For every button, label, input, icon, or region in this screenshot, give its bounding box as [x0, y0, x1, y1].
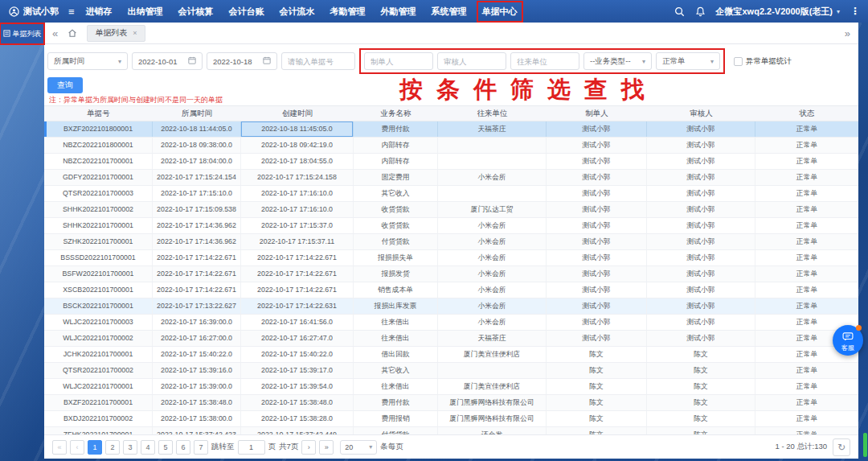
table-row[interactable]: WLJC20221017000022022-10-17 16:27:00.020…: [44, 331, 858, 347]
bell-icon[interactable]: [695, 6, 706, 17]
table-row[interactable]: QTSR20221017000022022-10-17 15:39:16.020…: [44, 363, 858, 379]
nav-item-出纳管理[interactable]: 出纳管理: [126, 5, 165, 19]
kebab-menu-icon[interactable]: ⋮: [850, 6, 860, 17]
table-cell: 2022-10-17 17:15:24.158: [241, 170, 354, 185]
table-cell: 小米会所: [438, 266, 547, 282]
table-row[interactable]: SHHK20221017000012022-10-17 17:14:36.962…: [44, 218, 858, 234]
page-size-select[interactable]: 20 ▾: [340, 440, 377, 455]
table-row[interactable]: BSFW20221017000012022-10-17 17:14:22.671…: [44, 266, 858, 282]
table-row[interactable]: NBZC20221018000012022-10-18 09:38:00.020…: [44, 138, 858, 154]
tab-document-list[interactable]: 单据列表 ×: [87, 25, 145, 42]
table-row[interactable]: XSCB20221017000012022-10-17 17:14:22.671…: [44, 282, 858, 298]
close-icon[interactable]: ×: [133, 29, 137, 37]
table-cell: 2022-10-17 17:14:22.671: [241, 266, 354, 282]
doc-no-input[interactable]: [288, 57, 349, 66]
brand[interactable]: 测试小郭: [8, 6, 59, 18]
page-button-2[interactable]: 2: [105, 440, 120, 455]
table-cell: 2022-10-17 17:15:37.0: [241, 218, 354, 233]
home-icon[interactable]: [68, 28, 77, 38]
table-cell: 测试小郭: [647, 186, 755, 201]
abnormal-stats-checkbox[interactable]: [734, 57, 743, 66]
table-cell: 小米会所: [438, 234, 547, 249]
table-cell: 2022-10-17 16:41:56.0: [241, 315, 354, 330]
table-cell: SZHK2022101700001: [44, 234, 153, 249]
first-page-button[interactable]: «: [52, 440, 67, 455]
table-row[interactable]: SZHK20221017000012022-10-17 17:14:36.962…: [44, 234, 858, 250]
nav-item-单据中心[interactable]: 单据中心: [481, 5, 519, 19]
page-unit-label: 页: [268, 442, 276, 452]
nav-item-会计台账[interactable]: 会计台账: [227, 5, 266, 19]
table-row[interactable]: BSSSD20221017000012022-10-17 17:14:22.67…: [44, 250, 858, 266]
abnormal-stats-toggle[interactable]: 异常单据统计: [734, 56, 792, 67]
table-cell: 测试小郭: [647, 298, 755, 314]
page-button-5[interactable]: 5: [158, 440, 173, 455]
maker-input[interactable]: [371, 57, 427, 66]
hamburger-menu-icon[interactable]: ≡: [68, 6, 75, 18]
search-icon[interactable]: [674, 6, 685, 17]
partner-input[interactable]: [517, 57, 573, 66]
more-tabs-icon[interactable]: »: [845, 28, 850, 39]
nav-item-进销存[interactable]: 进销存: [84, 5, 114, 19]
nav-item-系统管理[interactable]: 系统管理: [430, 5, 469, 19]
last-page-button[interactable]: »: [319, 440, 334, 455]
table-row[interactable]: BXZF20221017000012022-10-17 15:38:48.020…: [44, 395, 858, 411]
user-menu[interactable]: 企微宝xwq2.2-V2000版(老王) ▾: [716, 6, 841, 18]
jump-page-input[interactable]: [238, 440, 265, 455]
sidebar-item-document-list[interactable]: 单据列表: [1, 24, 43, 43]
nav-item-会计核算[interactable]: 会计核算: [177, 5, 215, 19]
time-type-select[interactable]: 所属时间 ▾: [47, 52, 128, 70]
next-page-button[interactable]: ›: [301, 440, 316, 455]
doc-status-select[interactable]: 正常单 ▾: [656, 52, 720, 70]
table-cell: [438, 363, 547, 378]
table-cell: 2022-10-17 15:38:48.0: [241, 395, 354, 410]
table-row[interactable]: JCHK20221017000012022-10-17 15:40:22.020…: [44, 347, 858, 363]
nav-item-会计流水[interactable]: 会计流水: [278, 5, 317, 19]
table-cell: 报损发货: [354, 266, 438, 282]
table-row[interactable]: WLJC20221017000032022-10-17 16:39:00.020…: [44, 315, 858, 331]
page-button-6[interactable]: 6: [176, 440, 190, 455]
scrollbar-thumb[interactable]: [863, 433, 867, 457]
table-cell: 2022-10-17 17:13:22.627: [153, 298, 241, 314]
table-cell: 2022-10-17 17:14:22.671: [241, 250, 354, 265]
search-button[interactable]: 查询: [47, 77, 83, 93]
table-row[interactable]: BSCK20221017000012022-10-17 17:13:22.627…: [44, 298, 858, 315]
table-cell: QTSR2022101700002: [44, 363, 153, 378]
table-header: 单据号所属时间创建时间业务名称往来单位制单人审核人状态: [44, 105, 858, 121]
table-cell: 测试小郭: [547, 331, 647, 346]
table-cell: 测试小郭: [647, 121, 755, 137]
date-from-input[interactable]: 2022-10-01: [132, 52, 203, 70]
table-cell: BSFW2022101700001: [44, 266, 153, 282]
table-row[interactable]: NBZC20221017000012022-10-17 18:04:00.020…: [44, 154, 858, 170]
page-button-4[interactable]: 4: [141, 440, 155, 455]
table-cell: 小米会所: [438, 170, 547, 185]
chevron-down-icon: ▾: [710, 58, 714, 65]
page-button-3[interactable]: 3: [123, 440, 137, 455]
table-row[interactable]: WLJC20221017000012022-10-17 15:39:00.020…: [44, 379, 858, 395]
table-row[interactable]: BXZF20221018000012022-10-18 11:44:05.020…: [44, 121, 858, 138]
table-row[interactable]: QTSR20221017000032022-10-17 17:15:10.020…: [44, 186, 858, 202]
table-cell: 正常单: [755, 266, 858, 282]
table-cell: 2022-10-17 15:39:16.0: [153, 363, 241, 378]
table-row[interactable]: GDFY20221017000012022-10-17 17:15:24.154…: [44, 170, 858, 186]
biz-type-value: --业务类型--: [590, 56, 631, 67]
customer-service-button[interactable]: 客服: [833, 325, 863, 356]
page-button-1[interactable]: 1: [88, 440, 102, 455]
table-cell: 2022-10-17 15:40:22.0: [153, 347, 241, 362]
table-row[interactable]: BXDJ20221017000022022-10-17 15:38:00.020…: [44, 411, 858, 427]
table-cell: [438, 186, 547, 201]
nav-item-外勤管理[interactable]: 外勤管理: [379, 5, 418, 19]
table-row[interactable]: SHHK20221017000022022-10-17 17:15:09.538…: [44, 202, 858, 218]
nav-item-考勤管理[interactable]: 考勤管理: [329, 5, 367, 19]
table-cell: 陈文: [647, 379, 755, 394]
refresh-icon[interactable]: ↻: [833, 438, 850, 456]
prev-page-button[interactable]: ‹: [70, 440, 84, 455]
table-cell: 陈文: [647, 411, 755, 426]
table-cell: 往来借出: [354, 331, 438, 346]
date-to-input[interactable]: 2022-10-18: [207, 52, 277, 70]
page-button-7[interactable]: 7: [194, 440, 208, 455]
table-cell: 费用付款: [354, 121, 438, 137]
biz-type-select[interactable]: --业务类型-- ▾: [583, 52, 652, 70]
collapse-icon[interactable]: «: [52, 28, 58, 39]
table-cell: 陈文: [547, 363, 647, 378]
auditor-input[interactable]: [444, 57, 500, 66]
